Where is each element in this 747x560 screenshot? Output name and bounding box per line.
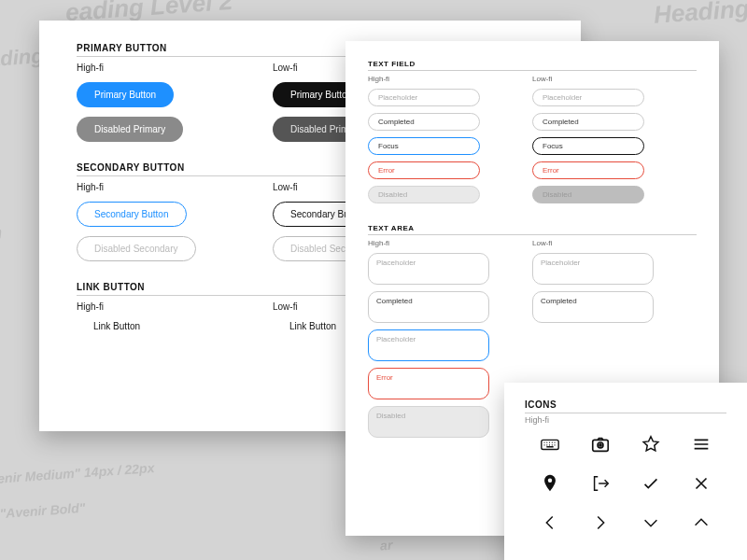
text-area-disabled: Disabled [368,406,489,438]
variant-label: High-fi [77,182,273,192]
checkmark-icon [641,473,661,496]
hamburger-menu-icon [691,434,712,456]
close-icon [691,473,712,496]
section-title: ICONS [525,399,726,413]
text-field-completed[interactable]: Completed [368,113,480,131]
text-field-focus[interactable]: Focus [368,137,480,155]
text-field-error[interactable]: Error [368,161,480,179]
primary-button[interactable]: Primary Button [77,82,174,107]
variant-label: Low-fi [532,239,697,247]
variant-label: High-fi [525,415,726,425]
text-field-completed-lowfi[interactable]: Completed [532,113,644,131]
section-title: TEXT AREA [368,224,697,235]
chevron-up-icon [691,512,712,535]
keyboard-icon [540,434,560,456]
bg-text: old: "Avenir Bold" [0,500,86,523]
exit-icon [590,473,611,496]
text-area-error[interactable]: Error [368,368,489,399]
bg-text: aph [0,223,3,245]
svg-point-4 [548,479,552,483]
chevron-left-icon [540,512,560,535]
chevron-down-icon [641,512,661,535]
secondary-button[interactable]: Secondary Button [77,202,187,227]
svg-point-3 [599,444,601,446]
variant-label: High-fi [368,75,532,83]
text-field-placeholder[interactable]: Placeholder [368,89,480,106]
text-area-focus[interactable]: Placeholder [368,329,489,361]
variant-label: High-fi [77,301,273,312]
variant-label: Low-fi [532,75,697,83]
text-area-placeholder[interactable]: Placeholder [368,253,489,285]
text-field-disabled: Disabled [368,186,480,203]
section-text-field: TEXT FIELD High-fi Placeholder Completed… [368,60,697,203]
text-field-placeholder-lowfi[interactable]: Placeholder [532,89,644,106]
variant-label: High-fi [77,63,273,73]
section-title: TEXT FIELD [368,60,697,71]
star-icon [641,434,661,456]
text-field-disabled-lowfi: Disabled [532,186,644,203]
camera-icon [590,434,611,456]
text-area-completed-lowfi[interactable]: Completed [532,291,654,323]
text-field-focus-lowfi[interactable]: Focus [532,137,644,155]
bg-text: : "Avenir Medium" 14px / 22px [0,460,155,488]
variant-label: High-fi [368,239,532,247]
chevron-right-icon [590,512,611,535]
bg-text: Heading [0,44,45,74]
panel-icons: ICONS High-fi [504,383,747,560]
location-pin-icon [540,473,560,496]
link-button[interactable]: Link Button [77,321,273,331]
secondary-button-disabled: Disabled Secondary [77,236,196,261]
text-area-placeholder-lowfi[interactable]: Placeholder [532,253,654,285]
text-area-completed[interactable]: Completed [368,291,489,323]
primary-button-disabled: Disabled Primary [77,117,183,142]
bg-text: Heading Le [653,0,747,30]
text-field-error-lowfi[interactable]: Error [532,161,644,179]
bg-text: ar [379,538,392,553]
